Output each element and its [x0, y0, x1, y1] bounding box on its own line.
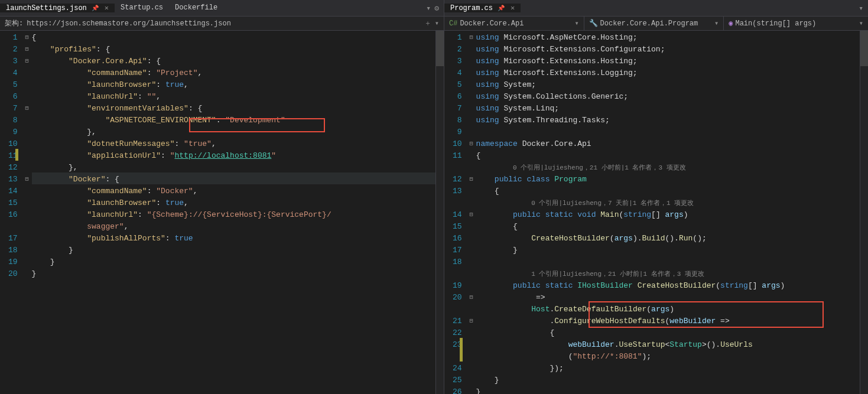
fold-toggle[interactable]: ⊟	[22, 103, 32, 115]
code-line[interactable]: "ASPNETCORE_ENVIRONMENT": "Development"	[32, 115, 435, 126]
code-line[interactable]: CreateHostBuilder(args).Build().Run();	[476, 233, 860, 245]
scrollbar[interactable]	[435, 31, 444, 394]
fold-toggle[interactable]: ⊟	[22, 44, 32, 56]
code-line[interactable]: =>	[476, 292, 860, 304]
code-line[interactable]: "commandName": "Project",	[32, 67, 435, 79]
code-line[interactable]: 0 个引用|lujiesheng，21 小时前|1 名作者，3 项更改	[476, 162, 860, 174]
close-icon[interactable]: ✕	[511, 4, 515, 12]
fold-gutter[interactable]: ⊟⊟⊟⊟⊟⊟	[467, 31, 476, 394]
fold-toggle[interactable]: ⊟	[467, 174, 476, 185]
pin-icon[interactable]: 📌	[92, 5, 99, 12]
code-line[interactable]: 0 个引用|lujiesheng，7 天前|1 名作者，1 项更改	[476, 197, 860, 209]
fold-toggle[interactable]: ⊟	[467, 32, 476, 44]
gear-icon[interactable]: ⚙	[434, 4, 439, 13]
code-line[interactable]: }	[476, 375, 860, 386]
code-editor-left[interactable]: 1234567891011121314151617181920 ⊟⊟⊟⊟⊟ { …	[0, 31, 444, 394]
nav-docker-core-api[interactable]: C# Docker.Core.Api▾	[444, 17, 584, 30]
fold-toggle[interactable]: ⊟	[467, 315, 476, 327]
code-line[interactable]: public class Program	[476, 174, 860, 185]
code-line[interactable]: "commandName": "Docker",	[32, 185, 435, 197]
code-line[interactable]: "applicationUrl": "http://localhost:8081…	[32, 150, 435, 162]
code-line[interactable]: },	[32, 162, 435, 174]
scrollbar[interactable]	[860, 31, 868, 394]
code-line[interactable]: using System.Threading.Tasks;	[476, 115, 860, 126]
nav-docker-core-api-program[interactable]: 🔧 Docker.Core.Api.Program▾	[584, 17, 724, 30]
code-editor-right[interactable]: 1234567891011121314151617181920212223242…	[444, 31, 868, 394]
fold-toggle	[467, 44, 476, 56]
code-line[interactable]: using Microsoft.Extensions.Logging;	[476, 67, 860, 79]
fold-toggle[interactable]: ⊟	[22, 32, 32, 44]
code-line[interactable]: "launchUrl": "{Scheme}://{ServiceHost}:{…	[32, 209, 435, 221]
code-line[interactable]: public static IHostBuilder CreateHostBui…	[476, 280, 860, 292]
tab-overflow[interactable]: ▾ ⚙	[426, 4, 444, 13]
nav-main-string-args-[interactable]: ◉ Main(string[] args)▾	[724, 17, 868, 30]
code-line[interactable]: {	[476, 150, 860, 162]
schema-url[interactable]: https://json.schemastore.org/launchsetti…	[27, 19, 421, 28]
code-line[interactable]: {	[476, 221, 860, 233]
code-line[interactable]: using System.Linq;	[476, 103, 860, 115]
code-line[interactable]: {	[32, 32, 435, 44]
code-area[interactable]: using Microsoft.AspNetCore.Hosting;using…	[476, 31, 860, 394]
code-line[interactable]: "Docker": {	[32, 174, 435, 185]
code-line[interactable]: public static void Main(string[] args)	[476, 209, 860, 221]
fold-toggle	[22, 209, 32, 221]
code-line[interactable]: "environmentVariables": {	[32, 103, 435, 115]
code-line[interactable]: "launchBrowser": true,	[32, 79, 435, 91]
code-line[interactable]: using Microsoft.Extensions.Hosting;	[476, 56, 860, 67]
code-line[interactable]: "publishAllPorts": true	[32, 233, 435, 245]
tab-startup-cs[interactable]: Startup.cs	[115, 4, 169, 12]
plus-icon[interactable]: ＋	[424, 18, 431, 28]
code-line[interactable]: using Microsoft.Extensions.Configuration…	[476, 44, 860, 56]
tab-label: Startup.cs	[121, 4, 163, 12]
chevron-down-icon[interactable]: ▾	[859, 19, 863, 28]
tab-overflow[interactable]: ▾	[859, 4, 868, 13]
code-line[interactable]: "profiles": {	[32, 44, 435, 56]
tab-label: Program.cs	[450, 4, 493, 12]
code-line[interactable]: .ConfigureWebHostDefaults(webBuilder =>	[476, 315, 860, 327]
code-line[interactable]: "Docker.Core.Api": {	[32, 56, 435, 67]
pin-icon[interactable]: 📌	[498, 5, 505, 12]
fold-gutter[interactable]: ⊟⊟⊟⊟⊟	[22, 31, 32, 394]
code-line[interactable]: 1 个引用|lujiesheng，21 小时前|1 名作者，3 项更改	[476, 268, 860, 280]
dropdown-icon[interactable]: ▾	[859, 4, 863, 13]
code-line[interactable]: }	[476, 245, 860, 256]
fold-toggle[interactable]: ⊟	[467, 292, 476, 304]
code-line[interactable]: webBuilder.UseStartup<Startup>().UseUrls	[476, 339, 860, 351]
code-line[interactable]: "dotnetRunMessages": "true",	[32, 138, 435, 150]
close-icon[interactable]: ✕	[105, 4, 109, 12]
code-line[interactable]: using System;	[476, 79, 860, 91]
dropdown-icon[interactable]: ▾	[426, 4, 431, 13]
code-line[interactable]: "launchUrl": "",	[32, 91, 435, 103]
fold-toggle	[467, 280, 476, 292]
chevron-down-icon[interactable]: ▾	[574, 19, 578, 28]
fold-toggle[interactable]: ⊟	[22, 174, 32, 185]
code-line[interactable]: using System.Collections.Generic;	[476, 91, 860, 103]
tab-launchsettings-json[interactable]: launchSettings.json📌✕	[0, 4, 115, 12]
code-area[interactable]: { "profiles": { "Docker.Core.Api": { "co…	[32, 31, 435, 394]
code-line[interactable]: "launchBrowser": true,	[32, 197, 435, 209]
code-line[interactable]: swagger",	[32, 221, 435, 233]
code-line[interactable]	[476, 126, 860, 138]
code-line[interactable]: namespace Docker.Core.Api	[476, 138, 860, 150]
code-line[interactable]: },	[32, 126, 435, 138]
dropdown-icon[interactable]: ▾	[435, 19, 439, 28]
chevron-down-icon[interactable]: ▾	[714, 19, 719, 28]
tab-program-cs[interactable]: Program.cs📌✕	[444, 4, 521, 12]
code-line[interactable]: {	[476, 185, 860, 197]
code-line[interactable]: Host.CreateDefaultBuilder(args)	[476, 304, 860, 315]
fold-toggle[interactable]: ⊟	[467, 138, 476, 150]
code-line[interactable]: });	[476, 363, 860, 375]
tab-dockerfile[interactable]: Dockerfile	[169, 4, 223, 12]
code-line[interactable]: using Microsoft.AspNetCore.Hosting;	[476, 32, 860, 44]
code-line[interactable]: }	[476, 386, 860, 394]
code-line[interactable]: {	[476, 327, 860, 339]
code-line[interactable]: }	[32, 268, 435, 280]
fold-toggle[interactable]: ⊟	[22, 56, 32, 67]
code-line[interactable]: }	[32, 245, 435, 256]
fold-toggle	[22, 150, 32, 162]
code-line[interactable]	[476, 256, 860, 268]
code-line[interactable]: ("http://*:8081");	[476, 351, 860, 363]
fold-toggle	[467, 233, 476, 245]
code-line[interactable]: }	[32, 256, 435, 268]
fold-toggle[interactable]: ⊟	[467, 209, 476, 221]
